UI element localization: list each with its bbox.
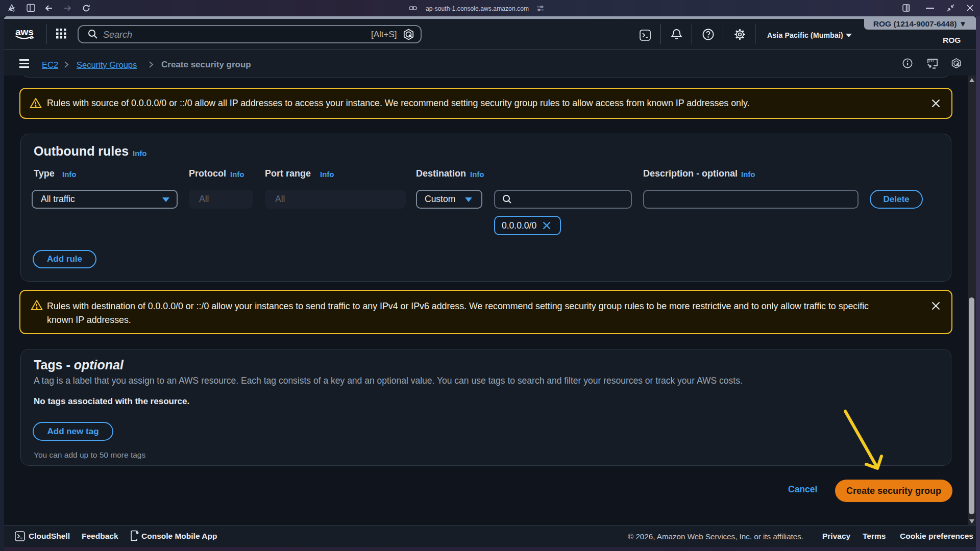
svg-text:aws: aws bbox=[15, 27, 34, 37]
